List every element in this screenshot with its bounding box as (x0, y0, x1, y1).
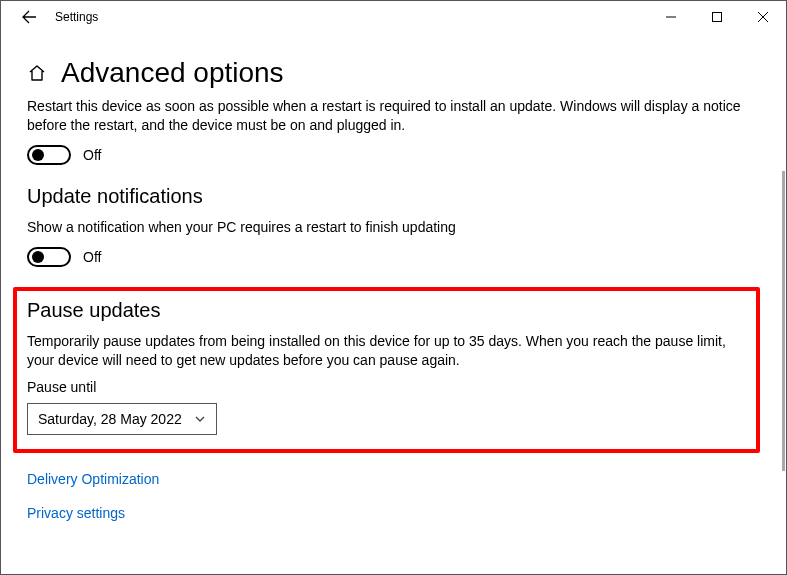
restart-toggle[interactable] (27, 145, 71, 165)
scrollbar[interactable] (782, 171, 785, 471)
svg-rect-0 (713, 13, 722, 22)
pause-until-dropdown[interactable]: Saturday, 28 May 2022 (27, 403, 217, 435)
pause-header: Pause updates (27, 299, 746, 322)
notifications-toggle[interactable] (27, 247, 71, 267)
back-button[interactable] (7, 1, 51, 33)
notifications-toggle-label: Off (83, 249, 101, 265)
minimize-icon (666, 12, 676, 22)
home-icon[interactable] (27, 63, 47, 83)
maximize-button[interactable] (694, 2, 740, 32)
pause-until-label: Pause until (27, 379, 746, 395)
notifications-description: Show a notification when your PC require… (27, 218, 760, 237)
notifications-header: Update notifications (27, 185, 760, 208)
chevron-down-icon (194, 413, 206, 425)
restart-toggle-row: Off (27, 145, 760, 165)
title-bar: Settings (1, 1, 786, 33)
notifications-toggle-row: Off (27, 247, 760, 267)
page-header: Advanced options (27, 57, 760, 89)
pause-description: Temporarily pause updates from being ins… (27, 332, 746, 370)
delivery-optimization-link[interactable]: Delivery Optimization (27, 471, 760, 487)
close-icon (758, 12, 768, 22)
pause-section-highlight: Pause updates Temporarily pause updates … (13, 287, 760, 454)
restart-toggle-label: Off (83, 147, 101, 163)
pause-until-selected: Saturday, 28 May 2022 (38, 411, 182, 427)
content-area: Advanced options Restart this device as … (1, 33, 786, 521)
restart-description: Restart this device as soon as possible … (27, 97, 760, 135)
privacy-settings-link[interactable]: Privacy settings (27, 505, 760, 521)
maximize-icon (712, 12, 722, 22)
close-button[interactable] (740, 2, 786, 32)
page-title: Advanced options (61, 57, 284, 89)
window-controls (648, 2, 786, 32)
app-title: Settings (51, 10, 98, 24)
arrow-left-icon (21, 9, 37, 25)
minimize-button[interactable] (648, 2, 694, 32)
